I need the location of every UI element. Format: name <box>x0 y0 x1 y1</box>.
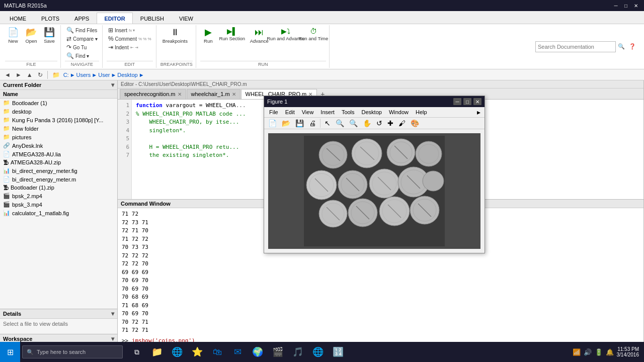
file-item-bpsk3[interactable]: 🎬 bpsk_3.mp4 <box>0 200 117 209</box>
figure-menu-arrow[interactable]: ▸ <box>475 108 482 116</box>
tab-publish[interactable]: PUBLISH <box>133 13 172 24</box>
taskbar-search-box[interactable]: 🔍 Type here to search <box>22 345 123 358</box>
start-button[interactable]: ⊞ <box>0 342 20 362</box>
up-btn[interactable]: ▲ <box>25 71 34 79</box>
tab-wheelchair[interactable]: wheelchair_1.m ✕ <box>187 89 240 99</box>
tab-editor[interactable]: EDITOR <box>97 13 132 24</box>
comment-button[interactable]: % Comment % % % <box>107 35 153 43</box>
taskbar-clock[interactable]: 11:53 PM 3/14/2016 <box>617 346 639 357</box>
file-item-atmega-zip[interactable]: 🗜 ATMEGA328-AU.zip <box>0 158 117 166</box>
close-btn[interactable]: ✕ <box>632 2 640 9</box>
tab-apps[interactable]: APPS <box>67 13 97 24</box>
file-item-newfolder[interactable]: 📁 New folder <box>0 124 117 133</box>
taskbar-app-music[interactable]: 🎵 <box>289 343 307 361</box>
figure-menu-help[interactable]: Help <box>413 108 430 116</box>
run-and-advance-button[interactable]: ▶⤵ Run and Advance <box>273 26 299 42</box>
find-files-button[interactable]: 🔍 Find Files <box>65 26 99 34</box>
tab-view[interactable]: VIEW <box>172 13 201 24</box>
taskbar-app-ie[interactable]: 🌐 <box>168 343 186 361</box>
help-icon[interactable]: ❓ <box>627 43 638 50</box>
file-item-bootloader[interactable]: 📁 Bootloader (1) <box>0 99 117 107</box>
refresh-btn[interactable]: ↻ <box>36 71 44 79</box>
fig-tool-datacursor[interactable]: ✚ <box>385 119 395 128</box>
file-item-bpsk2[interactable]: 🎬 bpsk_2.mp4 <box>0 192 117 200</box>
tab-speechrecognition[interactable]: speechrecognition.m ✕ <box>120 89 186 99</box>
fig-tool-pan[interactable]: ✋ <box>361 119 373 128</box>
systray-notif[interactable]: 🔔 <box>606 348 614 356</box>
figure-menu-file[interactable]: File <box>266 108 281 116</box>
breakpoints-button[interactable]: ⏸ Breakpoints <box>160 26 190 45</box>
figure-menu-edit[interactable]: Edit <box>282 108 298 116</box>
workspace-collapse[interactable]: ▾ <box>111 335 114 342</box>
fig-tool-zoom-out[interactable]: 🔍 <box>347 119 360 128</box>
taskbar-app-explorer[interactable]: 📁 <box>148 343 166 361</box>
file-item-bi-fig[interactable]: 📊 bi_direct_energy_meter.fig <box>0 166 117 175</box>
tab-home[interactable]: HOME <box>2 13 34 24</box>
taskbar-app-chrome[interactable]: 🌐 <box>309 343 327 361</box>
open-button[interactable]: 📂 Open <box>23 26 39 45</box>
fig-tool-save[interactable]: 💾 <box>293 119 306 128</box>
goto-button[interactable]: ↷ Go Tu <box>65 43 99 51</box>
file-item-bi-m[interactable]: 📄 bi_direct_energy_meter.m <box>0 175 117 184</box>
file-item-desktop[interactable]: 📁 desktop <box>0 107 117 116</box>
indent-button[interactable]: ⇥ Indent ⇤ ⇥ <box>107 43 153 51</box>
taskbar-app-favorites[interactable]: ⭐ <box>188 343 206 361</box>
file-item-calc[interactable]: 📊 calculator_1_matlab.fig <box>0 209 117 217</box>
figure-menu-tools[interactable]: Tools <box>339 108 358 116</box>
close-tab-speech[interactable]: ✕ <box>178 92 182 97</box>
tab-plots[interactable]: PLOTS <box>34 13 67 24</box>
find-button[interactable]: 🔍 Find ▾ <box>65 52 99 60</box>
run-button[interactable]: ▶ Run <box>200 26 216 45</box>
back-btn[interactable]: ◄ <box>3 71 12 79</box>
breadcrumb-part-3[interactable]: Desktop <box>117 72 137 78</box>
figure-maximize-btn[interactable]: □ <box>463 98 471 105</box>
fig-tool-brush[interactable]: 🖌 <box>396 119 408 128</box>
taskbar-app-movies[interactable]: 🎬 <box>269 343 287 361</box>
file-item-pictures[interactable]: 📁 pictures <box>0 133 117 141</box>
figure-menu-window[interactable]: Window <box>386 108 412 116</box>
figure-menu-desktop[interactable]: Desktop <box>359 108 385 116</box>
figure-close-btn[interactable]: ✕ <box>473 98 481 105</box>
file-item-kungfu[interactable]: 📁 Kung Fu Panda 3 (2016) [1080p] [Y... <box>0 116 117 124</box>
insert-button[interactable]: ⊞ Insert fx ▾ <box>107 26 153 34</box>
file-item-bootloader-zip[interactable]: 🗜 Bootloader (1).zip <box>0 184 117 192</box>
new-button[interactable]: 📄 New <box>5 26 21 45</box>
breadcrumb-part-0[interactable]: C: <box>63 72 69 78</box>
fig-tool-open[interactable]: 📂 <box>280 119 292 128</box>
file-list[interactable]: 📁 Bootloader (1) 📁 desktop 📁 Kung Fu Pan… <box>0 99 117 309</box>
save-button[interactable]: 💾 Save <box>41 26 57 45</box>
fig-tool-cursor[interactable]: ↖ <box>323 119 333 128</box>
maximize-btn[interactable]: □ <box>622 2 630 9</box>
taskbar-app-matlab[interactable]: 🔢 <box>329 343 347 361</box>
window-controls[interactable]: ─ □ ✕ <box>612 2 640 9</box>
breadcrumb-part-2[interactable]: User <box>98 72 110 78</box>
close-tab-wheelchair[interactable]: ✕ <box>232 92 236 97</box>
breadcrumb-part-1[interactable]: Users <box>76 72 91 78</box>
panel-collapse-btn[interactable]: ▾ <box>111 81 114 88</box>
fig-tool-new[interactable]: 📄 <box>266 119 279 128</box>
file-item-atmega-lia[interactable]: 📄 ATMEGA328-AU.lia <box>0 150 117 158</box>
fig-tool-colormap[interactable]: 🎨 <box>409 119 421 128</box>
fig-tool-zoom-in[interactable]: 🔍 <box>334 119 346 128</box>
forward-btn[interactable]: ► <box>14 71 23 79</box>
fig-icon-calc: 📊 <box>3 210 10 216</box>
compare-button[interactable]: ⇄ Compare ▾ <box>65 35 99 43</box>
figure-minimize-btn[interactable]: ─ <box>453 98 461 105</box>
figure-title-controls[interactable]: ─ □ ✕ <box>453 98 481 105</box>
taskbar-app-mail[interactable]: ✉ <box>228 343 247 361</box>
minimize-btn[interactable]: ─ <box>612 2 620 9</box>
fig-tool-rotate[interactable]: ↺ <box>374 119 384 128</box>
taskbar-app-store[interactable]: 🛍 <box>208 343 226 361</box>
file-item-anydesk[interactable]: 🔗 AnyDesk.lnk <box>0 141 117 150</box>
run-section-button[interactable]: ▶▌ Run Section <box>218 26 246 42</box>
figure-menu-view[interactable]: View <box>299 108 317 116</box>
taskbar-app-maps[interactable]: 🌍 <box>249 343 267 361</box>
figure-menu-insert[interactable]: Insert <box>317 108 338 116</box>
search-icon[interactable]: 🔍 <box>616 43 627 50</box>
search-input[interactable] <box>535 41 616 52</box>
run-and-time-button[interactable]: ⏱ Run and Time <box>301 26 326 42</box>
systray-battery: 🔋 <box>595 348 603 356</box>
taskbar-app-taskview[interactable]: ⧉ <box>128 343 146 361</box>
fig-tool-print[interactable]: 🖨 <box>307 119 318 128</box>
details-collapse[interactable]: ▾ <box>111 310 114 317</box>
